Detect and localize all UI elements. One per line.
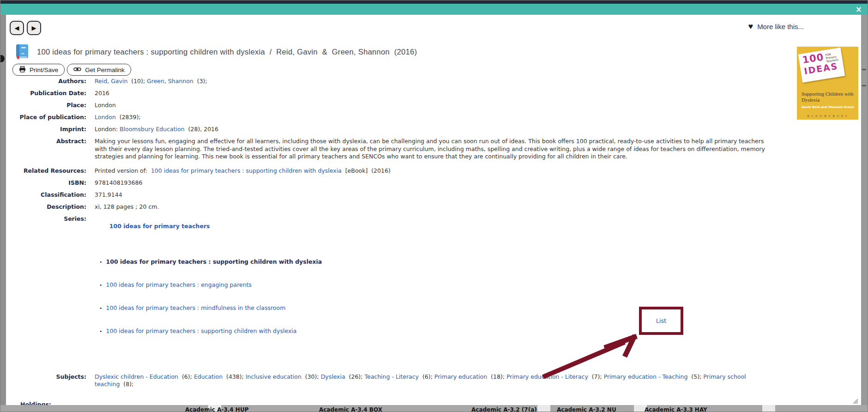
field-description: Description: xi, 128 pages ; 20 cm. [17, 203, 770, 211]
field-value: 371.9144 [95, 191, 122, 199]
record-detail-modal: ◀ ▶ ♥ More like this... 100 ideas for pr… [6, 15, 861, 405]
field-label: Place: [17, 102, 86, 109]
previous-record-button[interactable]: ◀ [10, 21, 24, 35]
field-label: Imprint: [17, 126, 86, 133]
list-link[interactable]: List [656, 317, 666, 324]
subject-count: (5); [687, 373, 703, 380]
field-value: 100 ideas for primary teachers 100 ideas… [95, 215, 322, 365]
book-cover-thumbnail[interactable]: 100 FOR Primary Teachers IDEAS Supportin… [797, 47, 858, 120]
series-volume-link[interactable]: 100 ideas for primary teachers : mindful… [106, 304, 286, 311]
subject-link[interactable]: Primary education - Literacy [506, 373, 588, 380]
publisher-link[interactable]: Bloomsbury Education [120, 126, 185, 133]
get-permalink-button[interactable]: Get Permalink [67, 64, 131, 76]
related-ebook-link[interactable]: 100 ideas for primary teachers : support… [151, 167, 342, 174]
heart-icon: ♥ [748, 22, 753, 30]
modal-title-bar: × [0, 4, 868, 15]
background-card-label: Academic A-3.3 HAY [645, 406, 707, 412]
series-volume-list: 100 ideas for primary teachers : support… [95, 243, 322, 350]
resize-grip-icon[interactable] [853, 399, 858, 404]
print-save-button[interactable]: Print/Save [12, 64, 65, 76]
field-subjects: Subjects: Dyslexic children - Education … [17, 373, 770, 388]
series-volume-link[interactable]: 100 ideas for primary teachers : support… [106, 327, 297, 334]
background-card-label: Academic A-3.4 HUP [185, 406, 248, 412]
subject-link[interactable]: Education [194, 373, 223, 380]
subject-count: (30); [301, 373, 321, 380]
get-permalink-label: Get Permalink [85, 67, 125, 73]
subject-count: (6); [178, 373, 194, 380]
more-like-this-link[interactable]: ♥ More like this... [748, 22, 804, 30]
page-background-right [861, 15, 868, 405]
page-title: 100 ideas for primary teachers : support… [37, 44, 417, 56]
list-item: 100 ideas for primary teachers : support… [95, 258, 322, 266]
subject-link[interactable]: Inclusive education [246, 373, 301, 380]
cover-publisher: B L O O M S B U R Y [797, 115, 858, 117]
field-label: Authors: [17, 78, 86, 85]
scrollbar-tick [862, 85, 866, 86]
field-place-of-publication: Place of publication: London (2839); [17, 114, 770, 121]
list-item: 100 ideas for primary teachers : mindful… [95, 304, 322, 312]
subject-link[interactable]: Dyslexic children - Education [95, 373, 178, 380]
field-label: Related Resources: [17, 167, 86, 175]
card-gap [762, 405, 775, 412]
subject-link[interactable]: Teaching - Literacy [364, 373, 419, 380]
series-link[interactable]: 100 ideas for primary teachers [109, 223, 210, 230]
author-link[interactable]: Green, Shannon [147, 78, 193, 85]
field-label: ISBN: [17, 179, 86, 187]
browser-top-strip [0, 0, 868, 4]
place-count: (2839); [116, 114, 141, 121]
subject-count: (7); [588, 373, 604, 380]
subject-link[interactable]: Dyslexia [321, 373, 345, 380]
subject-count: (8); [120, 381, 133, 388]
field-isbn: ISBN: 9781408193686 [17, 179, 770, 187]
imprint-suffix: (28), 2016 [185, 126, 218, 133]
background-card-label: Academic A-3.4 BOX [319, 406, 382, 412]
background-card-label: Academic A-3.2 NU [557, 406, 616, 412]
subject-count: (6); [419, 373, 434, 380]
cover-note-card: 100 FOR Primary Teachers IDEAS [798, 48, 845, 83]
field-value: 2016 [95, 90, 109, 97]
arrow-left-icon: ◀ [15, 24, 19, 31]
page-behind-modal: Academic A-3.4 HUP Academic A-3.4 BOX Ac… [0, 405, 868, 412]
subject-link[interactable]: Primary education - Teaching [604, 373, 688, 380]
field-value: London (2839); [95, 114, 141, 121]
screenshot-root: { "window": { "close_glyph": "×", "nav_b… [0, 0, 868, 412]
field-publication-date: Publication Date: 2016 [17, 90, 770, 97]
field-value: Dyslexic children - Education (6); Educa… [95, 373, 766, 388]
field-label: Series: [17, 215, 86, 365]
scrollbar-tick [862, 69, 866, 70]
field-value: xi, 128 pages ; 20 cm. [95, 203, 159, 211]
field-related-resources: Related Resources: Printed version of: 1… [17, 167, 770, 175]
list-item: 100 ideas for primary teachers : engagin… [95, 281, 322, 289]
field-value: Making your lessons fun, engaging and ef… [95, 138, 766, 161]
permalink-icon [73, 67, 81, 73]
field-authors: Authors: Reid, Gavin (10); Green, Shanno… [17, 78, 770, 85]
background-card-label: Academic A-3.2 (7(a) [471, 406, 537, 412]
subject-link[interactable]: Primary education [434, 373, 487, 380]
author-link[interactable]: Reid, Gavin [95, 78, 127, 85]
field-value: 9781408193686 [95, 179, 142, 187]
field-label: Place of publication: [17, 114, 86, 121]
page-background-left [0, 15, 6, 405]
card-gap [537, 405, 550, 412]
field-label: Classification: [17, 191, 86, 199]
place-link[interactable]: London [95, 114, 116, 121]
field-value: London: Bloomsbury Education (28), 2016 [95, 126, 218, 133]
record-actions: Print/Save Get Permalink [12, 64, 131, 76]
field-classification: Classification: 371.9144 [17, 191, 770, 199]
print-save-label: Print/Save [30, 67, 58, 73]
record-title-row: 100 ideas for primary teachers : support… [15, 44, 417, 61]
author-count: (10); [127, 78, 147, 85]
next-record-button[interactable]: ▶ [27, 21, 41, 35]
cover-subtitle: Supporting Children with Dyslexia [802, 91, 858, 103]
subject-count: (438); [223, 373, 246, 380]
author-count: (3); [193, 78, 207, 85]
close-icon[interactable]: × [856, 5, 862, 14]
imprint-prefix: London: [95, 126, 120, 133]
field-imprint: Imprint: London: Bloomsbury Education (2… [17, 126, 770, 133]
field-value: Reid, Gavin (10); Green, Shannon (3); [95, 78, 207, 85]
field-series: Series: 100 ideas for primary teachers 1… [17, 215, 770, 365]
related-suffix: [eBook] (2016) [342, 167, 391, 174]
field-label: Description: [17, 203, 86, 211]
field-label: Publication Date: [17, 90, 86, 97]
series-volume-link[interactable]: 100 ideas for primary teachers : engagin… [106, 281, 252, 288]
